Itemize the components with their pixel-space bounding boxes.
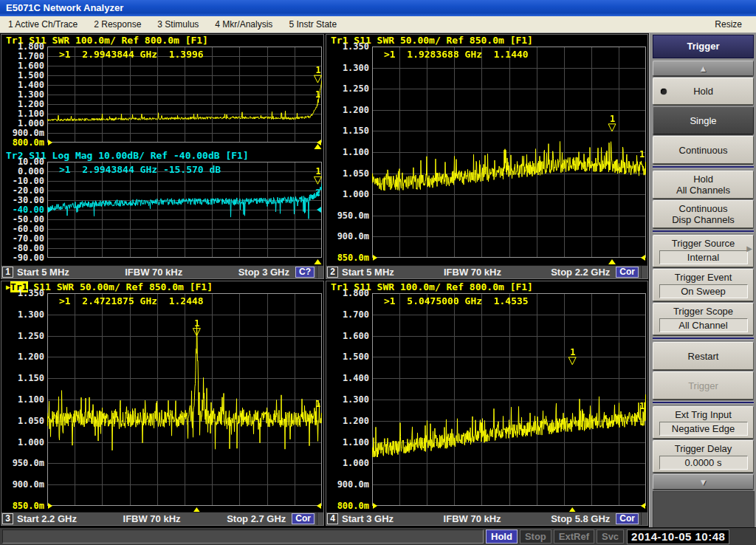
softkey-label: Continuous (679, 145, 728, 156)
ifbw-value: IFBW 70 kHz (77, 513, 227, 524)
y-axis-label: 900.0m (326, 479, 369, 490)
graph-area: 1.3501.3001.2501.2001.1501.1001.0501.000… (1, 293, 323, 513)
y-axis-label: 1.800 (1, 41, 44, 52)
status-bar-corner (317, 266, 323, 278)
trace-header: Tr2 S11 Log Mag 10.00dB/ Ref -40.00dB [F… (1, 150, 323, 162)
y-axis-label: 10.00 (1, 157, 44, 167)
channel-1-window: Tr1 S11 SWR 100.0m/ Ref 800.0m [F1]1.800… (1, 34, 324, 279)
y-axis-label: -10.00 (1, 176, 44, 186)
softkey-restart-button[interactable]: Restart (653, 342, 754, 370)
y-axis-label: -80.00 (1, 243, 44, 253)
indicator-svc: Svc (597, 529, 624, 544)
graph-area: 1.3501.3001.2501.2001.1501.1001.0501.000… (326, 47, 647, 265)
arrow-up-icon: ▲ (699, 64, 708, 74)
softkey-continuous-disp-channels-button[interactable]: ContinuousDisp Channels (653, 200, 754, 228)
softkey-value: On Sweep (659, 284, 748, 298)
y-axis-label: 850.0m (326, 253, 369, 263)
softkey-panel-filler (653, 491, 755, 531)
softkey-separator (653, 337, 754, 340)
y-axis-label: 1.000 (326, 458, 369, 468)
y-axis-label: 950.0m (326, 210, 369, 221)
y-axis-label: 1.050 (1, 416, 44, 426)
status-bar-corner (641, 266, 647, 278)
window-title: E5071C Network Analyzer (6, 2, 123, 13)
softkey-label-line: Disp Channels (672, 214, 735, 225)
menu-item-5-instr-state[interactable]: 5 Instr State (281, 16, 345, 33)
y-axis-label: -70.00 (1, 233, 44, 244)
y-axis-label: 1.000 (1, 437, 44, 448)
softkey-label: Single (690, 115, 716, 126)
y-axis-label: 950.0m (1, 458, 44, 468)
channel-status-bar: 1Start 5 MHzIFBW 70 kHzStop 3 GHzC? (1, 265, 323, 278)
y-axis-label: 1.200 (1, 352, 44, 362)
menu-item-3-stimulus[interactable]: 3 Stimulus (149, 16, 207, 33)
channel-status-bar: 2Start 5 MHzIFBW 70 kHzStop 2.2 GHzCor (326, 265, 647, 278)
status-indicators: HoldStopExtRefSvc (484, 529, 624, 544)
softkey-value: All Channel (659, 318, 748, 332)
menu-item-4-mkr-analysis[interactable]: 4 Mkr/Analysis (207, 16, 281, 33)
y-axis-label: 1.150 (1, 373, 44, 383)
softkey-single-button[interactable]: Single (653, 106, 754, 134)
softkey-trigger-event-button[interactable]: Trigger EventOn Sweep (653, 269, 754, 301)
softkey-label-line: All Channels (676, 185, 730, 196)
softkey-value: 0.0000 s (659, 456, 748, 470)
marker-readout: >1 2.9943844 GHz -15.570 dB (59, 164, 221, 175)
trace-plot-canvas (47, 47, 322, 150)
y-axis-label: 1.300 (326, 63, 369, 73)
channel-status-bar: 4Start 3 GHzIFBW 70 kHzStop 5.8 GHzCor (326, 512, 647, 525)
y-axis-label: 900.0m (326, 231, 369, 241)
y-axis-label: 1.350 (326, 41, 369, 52)
channel-number-box: 3 (2, 513, 13, 524)
ifbw-value: IFBW 70 kHz (69, 267, 238, 278)
softkey-hold-button[interactable]: Hold (653, 78, 754, 105)
softkey-trigger-source-button[interactable]: Trigger SourceInternal▶ (653, 235, 754, 267)
y-axis-label: 1.300 (326, 394, 369, 405)
status-bar-corner (317, 513, 323, 525)
softkey-scroll-up-button[interactable]: ▲ (653, 61, 754, 76)
y-axis-label: 900.0m (1, 128, 44, 138)
y-axis-label: 1.000 (1, 118, 44, 128)
ifbw-value: IFBW 70 kHz (394, 267, 551, 278)
cal-status-badge: C? (295, 267, 315, 278)
y-axis-label: 1.400 (1, 80, 44, 90)
y-axis-label: 900.0m (1, 479, 44, 490)
softkey-list: ▲HoldSingleContinuousHoldAll ChannelsCon… (653, 61, 754, 490)
softkey-trigger-scope-button[interactable]: Trigger ScopeAll Channel (653, 303, 754, 335)
channel-2-window: Tr1 S11 SWR 50.00m/ Ref 850.0m [F1]1.350… (326, 34, 648, 279)
menu-item-1-active-ch-trace[interactable]: 1 Active Ch/Trace (0, 16, 86, 33)
softkey-menu-title: Trigger (653, 35, 754, 58)
softkey-label: Restart (688, 351, 719, 362)
softkey-continuous-button[interactable]: Continuous (653, 136, 754, 164)
y-axis-label: 0.000 (1, 166, 44, 176)
trace-format-info: S11 SWR 50.00m/ Ref 850.0m [F1] (348, 35, 532, 46)
y-axis-labels: 1.3501.3001.2501.2001.1501.1001.0501.000… (326, 47, 369, 265)
softkey-trigger-delay-button[interactable]: Trigger Delay0.0000 s (653, 440, 754, 473)
channel-windows-area: Tr1 S11 SWR 100.0m/ Ref 800.0m [F1]1.800… (0, 33, 649, 527)
start-frequency: Start 5 MHz (342, 267, 394, 278)
softkey-scroll-down-button[interactable]: ▼ (653, 474, 754, 490)
stop-frequency: Stop 3 GHz (238, 267, 289, 278)
softkey-value: Negative Edge (659, 422, 748, 436)
softkey-ext-trig-input-button[interactable]: Ext Trig InputNegative Edge (653, 406, 754, 439)
menu-item-resize[interactable]: Resize (707, 16, 750, 33)
status-bar-corner (641, 513, 647, 525)
softkey-separator (653, 401, 754, 404)
stop-frequency: Stop 5.8 GHz (551, 513, 610, 524)
datetime-display: 2014-10-05 10:48 (627, 529, 729, 544)
softkey-separator (653, 230, 754, 233)
marker-readout: >1 5.0475000 GHz 1.4535 (384, 295, 529, 306)
message-area (2, 529, 484, 544)
stop-frequency: Stop 2.2 GHz (551, 267, 610, 278)
graph-area: 1.8001.7001.6001.5001.4001.3001.2001.100… (1, 47, 323, 150)
y-axis-label: 1.150 (326, 126, 369, 136)
start-frequency: Start 5 MHz (17, 267, 69, 278)
menu-item-2-response[interactable]: 2 Response (86, 16, 149, 33)
y-axis-label: 1.100 (326, 437, 369, 448)
marker-readout: >1 2.9943844 GHz 1.3996 (59, 49, 204, 60)
y-axis-label: 1.500 (326, 352, 369, 362)
cal-status-badge: Cor (616, 267, 639, 278)
marker-readout: >1 2.4721875 GHz 1.2448 (59, 295, 204, 306)
softkey-hold-all-channels-button[interactable]: HoldAll Channels (653, 171, 754, 199)
y-axis-label: 1.300 (1, 309, 44, 320)
start-frequency: Start 2.2 GHz (17, 513, 77, 524)
